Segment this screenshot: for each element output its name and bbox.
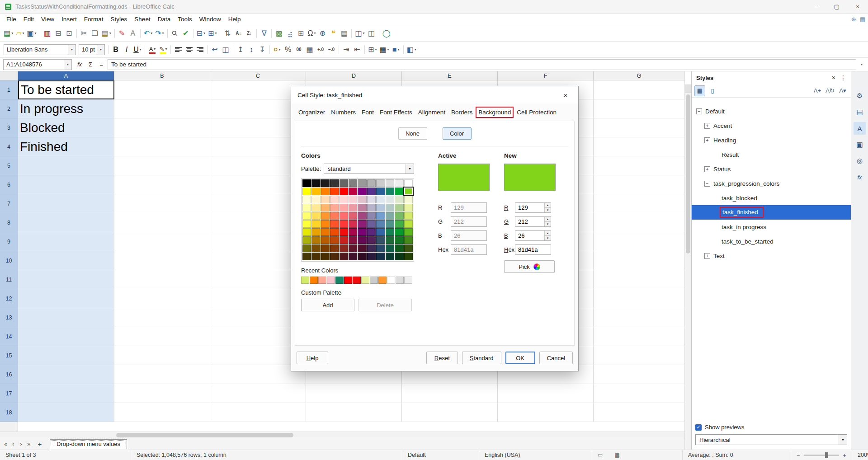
tab-background[interactable]: Background: [476, 107, 514, 118]
palette-swatch[interactable]: [386, 253, 394, 260]
palette-swatch[interactable]: [330, 228, 339, 236]
cell-D18[interactable]: [306, 403, 402, 422]
cell-E18[interactable]: [402, 403, 498, 422]
palette-swatch[interactable]: [321, 188, 330, 195]
recent-color-swatch[interactable]: [396, 277, 404, 284]
palette-swatch[interactable]: [302, 236, 311, 244]
row-menu-dropdown-icon[interactable]: ▾: [203, 31, 205, 35]
freeze-rows-and-columns-button[interactable]: ◫▾: [354, 27, 366, 40]
chevron-down-icon[interactable]: ▾: [97, 45, 104, 55]
palette-swatch[interactable]: [349, 236, 357, 244]
menu-insert[interactable]: Insert: [58, 14, 80, 24]
font-size-combobox[interactable]: 10 pt ▾: [79, 44, 105, 55]
palette-swatch[interactable]: [330, 244, 339, 252]
palette-swatch[interactable]: [349, 188, 357, 195]
globe-icon[interactable]: ⊕: [851, 16, 856, 23]
palette-swatch[interactable]: [311, 253, 320, 260]
vertical-scrollbar[interactable]: [684, 71, 691, 450]
palette-swatch[interactable]: [340, 244, 348, 252]
row-header-18[interactable]: 18: [0, 403, 18, 422]
paste-button[interactable]: ▤▾: [100, 27, 113, 40]
palette-swatch[interactable]: [395, 236, 403, 244]
style-item-result[interactable]: Result: [692, 147, 851, 162]
vertical-scrollbar-track[interactable]: [685, 93, 691, 432]
recent-color-swatch[interactable]: [301, 277, 309, 284]
spelling-check-button[interactable]: ✔: [180, 27, 191, 40]
border-color-dropdown-icon[interactable]: ▾: [397, 47, 399, 52]
center-vertically-button[interactable]: ↕: [246, 43, 257, 56]
cell-B16[interactable]: [114, 365, 210, 384]
palette-swatch[interactable]: [358, 228, 366, 236]
name-box[interactable]: A1:A1048576 ▾: [3, 59, 72, 70]
open-button[interactable]: ▱▾: [14, 27, 25, 40]
style-item-task-progression-colors[interactable]: −task_progression_colors: [692, 176, 851, 191]
recent-color-swatch[interactable]: [361, 277, 369, 284]
palette-swatch[interactable]: [367, 188, 376, 195]
column-menu-dropdown-icon[interactable]: ▾: [215, 31, 217, 35]
palette-swatch[interactable]: [367, 220, 376, 228]
font-color-dropdown-icon[interactable]: ▾: [154, 47, 156, 51]
last-sheet-button[interactable]: »: [25, 441, 33, 447]
palette-swatch[interactable]: [376, 196, 385, 203]
font-color-button[interactable]: A▾: [147, 43, 158, 56]
palette-swatch[interactable]: [367, 204, 376, 211]
sidebar-settings-button[interactable]: ⚙: [854, 89, 866, 102]
column-header-D[interactable]: D: [306, 71, 402, 80]
cell-A10[interactable]: [18, 251, 114, 270]
tab-numbers[interactable]: Numbers: [328, 107, 359, 118]
new-style-from-selection-button[interactable]: A+: [812, 85, 823, 96]
palette-swatch[interactable]: [386, 220, 394, 228]
palette-swatch[interactable]: [321, 179, 330, 187]
palette-swatch[interactable]: [376, 228, 385, 236]
palette-swatch[interactable]: [311, 228, 320, 236]
style-item-accent[interactable]: +Accent: [692, 118, 851, 133]
cell-B10[interactable]: [114, 251, 210, 270]
palette-swatch[interactable]: [395, 253, 403, 260]
palette-swatch[interactable]: [340, 212, 348, 220]
layout-grid-icon[interactable]: ▦: [860, 16, 865, 23]
selection-mode-icon[interactable]: ▭: [598, 452, 603, 458]
tab-font-effects[interactable]: Font Effects: [377, 107, 415, 118]
wrap-text-button[interactable]: ↩: [209, 43, 220, 56]
palette-swatch[interactable]: [358, 244, 366, 252]
style-view-mode-select[interactable]: Hierarchical ▾: [695, 434, 847, 445]
cell-G7[interactable]: [594, 194, 684, 213]
recent-color-swatch[interactable]: [370, 277, 378, 284]
maximize-button[interactable]: ▢: [826, 0, 847, 13]
row-header-16[interactable]: 16: [0, 365, 18, 384]
palette-swatch[interactable]: [349, 244, 357, 252]
recent-color-swatch[interactable]: [344, 277, 352, 284]
sort-descending-button[interactable]: Z↓: [244, 27, 255, 40]
palette-swatch[interactable]: [321, 236, 330, 244]
print-preview-button[interactable]: ⊡: [64, 27, 75, 40]
palette-swatch[interactable]: [358, 236, 366, 244]
autofilter-button[interactable]: ∇: [259, 27, 269, 40]
save-dropdown-icon[interactable]: ▾: [35, 31, 37, 35]
row-header-17[interactable]: 17: [0, 384, 18, 403]
palette-swatch[interactable]: [395, 188, 403, 195]
align-bottom-button[interactable]: ↧: [257, 43, 268, 56]
borders-dropdown-icon[interactable]: ▾: [375, 47, 377, 52]
split-handle[interactable]: [685, 85, 691, 93]
split-window-button[interactable]: ◫: [366, 27, 377, 40]
cancel-button[interactable]: Cancel: [539, 352, 573, 364]
undo-button[interactable]: ↶▾: [142, 27, 154, 40]
border-style-button[interactable]: ▦▾: [378, 43, 390, 56]
palette-swatch[interactable]: [367, 196, 376, 203]
palette-swatch[interactable]: [376, 244, 385, 252]
column-header-G[interactable]: G: [594, 71, 684, 80]
cell-A12[interactable]: [18, 289, 114, 308]
properties-deck-button[interactable]: ▤: [854, 106, 866, 118]
close-button[interactable]: ×: [847, 0, 868, 13]
format-as-number-button[interactable]: 00: [293, 43, 304, 56]
insert-comment-button[interactable]: ❝: [328, 27, 339, 40]
cell-G10[interactable]: [594, 251, 684, 270]
new-hex-input[interactable]: [515, 244, 551, 255]
palette-swatch[interactable]: [404, 244, 413, 252]
palette-swatch[interactable]: [358, 204, 366, 211]
cell-G1[interactable]: [594, 80, 684, 99]
cell-G2[interactable]: [594, 99, 684, 118]
palette-swatch[interactable]: [321, 253, 330, 260]
cell-A7[interactable]: [18, 194, 114, 213]
conditional-formatting-dropdown-icon[interactable]: ▾: [415, 47, 416, 52]
